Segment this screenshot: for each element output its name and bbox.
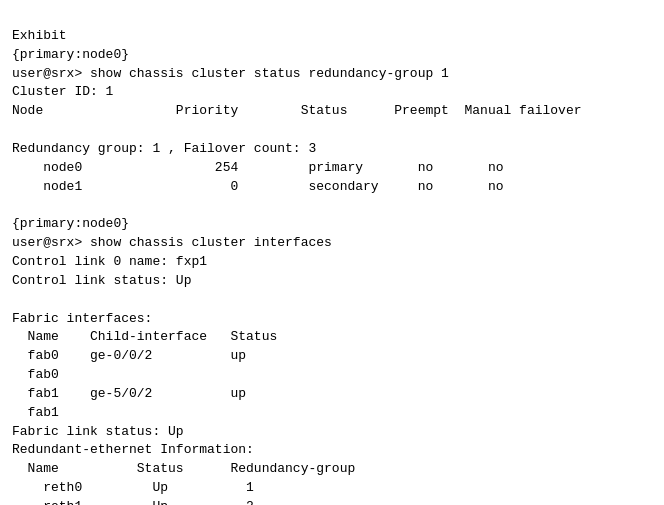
terminal-line: fab1 (12, 404, 652, 423)
terminal-line: Name Child-interface Status (12, 328, 652, 347)
terminal-line: Redundancy group: 1 , Failover count: 3 (12, 140, 652, 159)
terminal-line: Cluster ID: 1 (12, 83, 652, 102)
terminal-line: Fabric interfaces: (12, 310, 652, 329)
terminal-line: reth1 Up 2 (12, 498, 652, 505)
terminal-line: Control link 0 name: fxp1 (12, 253, 652, 272)
terminal-line: fab0 ge-0/0/2 up (12, 347, 652, 366)
terminal-line: Exhibit (12, 27, 652, 46)
terminal-line: fab0 (12, 366, 652, 385)
terminal-line: node0 254 primary no no (12, 159, 652, 178)
terminal-line: Fabric link status: Up (12, 423, 652, 442)
terminal-line: Node Priority Status Preempt Manual fail… (12, 102, 652, 121)
terminal-line: node1 0 secondary no no (12, 178, 652, 197)
terminal-line: Redundant-ethernet Information: (12, 441, 652, 460)
terminal-line: {primary:node0} (12, 46, 652, 65)
terminal-line (12, 121, 652, 140)
terminal-line: user@srx> show chassis cluster status re… (12, 65, 652, 84)
terminal-line (12, 291, 652, 310)
terminal-line: user@srx> show chassis cluster interface… (12, 234, 652, 253)
terminal-output: Exhibit{primary:node0}user@srx> show cha… (12, 8, 652, 505)
terminal-line: fab1 ge-5/0/2 up (12, 385, 652, 404)
terminal-line (12, 196, 652, 215)
terminal-line: {primary:node0} (12, 215, 652, 234)
terminal-line: reth0 Up 1 (12, 479, 652, 498)
terminal-line: Name Status Redundancy-group (12, 460, 652, 479)
terminal-line: Control link status: Up (12, 272, 652, 291)
